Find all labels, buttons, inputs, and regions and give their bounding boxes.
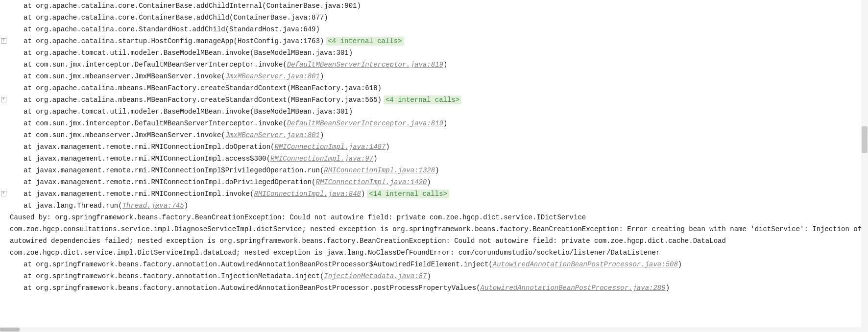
source-link[interactable]: DefaultMBeanServerInterceptor.java:819 [287, 61, 443, 69]
source-link[interactable]: RMIConnectionImpl.java:1328 [324, 166, 435, 174]
at-keyword: at [24, 178, 36, 186]
source-link[interactable]: AutowiredAnnotationBeanPostProcessor.jav… [481, 284, 666, 292]
stack-frame-text: org.apache.catalina.core.ContainerBase.a… [36, 14, 328, 22]
stacktrace-line: at org.apache.tomcat.util.modeler.BaseMo… [10, 47, 868, 59]
at-keyword: at [24, 96, 36, 104]
stacktrace-line: at com.sun.jmx.mbeanserver.JmxMBeanServe… [10, 71, 868, 82]
source-link[interactable]: InjectionMetadata.java:87 [324, 272, 427, 280]
stack-frame-text: ) [320, 131, 324, 139]
source-link[interactable]: RMIConnectionImpl.java:1487 [275, 143, 386, 151]
stack-frame-text: ) [427, 178, 431, 186]
stacktrace-line: at org.apache.catalina.core.StandardHost… [10, 24, 868, 35]
stack-frame-text: com.sun.jmx.mbeanserver.JmxMBeanServer.i… [36, 72, 225, 80]
stacktrace-line: at javax.management.remote.rmi.RMIConnec… [10, 176, 868, 188]
at-keyword: at [24, 190, 36, 198]
stack-frame-text: javax.management.remote.rmi.RMIConnectio… [36, 155, 270, 163]
stack-frame-text: ) [386, 143, 389, 151]
stack-frame-text: org.apache.tomcat.util.modeler.BaseModel… [36, 49, 353, 57]
source-link[interactable]: RMIConnectionImpl.java:848 [254, 190, 361, 198]
stack-frame-text: org.springframework.beans.factory.annota… [36, 272, 324, 280]
stacktrace-line: at javax.management.remote.rmi.RMIConnec… [10, 165, 868, 176]
stacktrace-line: at org.apache.catalina.startup.HostConfi… [10, 35, 868, 47]
stacktrace-line: at javax.management.remote.rmi.RMIConnec… [10, 153, 868, 165]
at-keyword: at [24, 202, 36, 210]
source-link[interactable]: AutowiredAnnotationBeanPostProcessor.jav… [493, 261, 678, 268]
stack-frame-text: ) [184, 202, 188, 210]
stack-frame-text: ) [427, 272, 431, 280]
stack-frame-text: com.sun.jmx.interceptor.DefaultMBeanServ… [36, 61, 287, 69]
stack-frame-text: org.apache.catalina.startup.HostConfig.m… [36, 37, 324, 45]
stacktrace-line: at com.sun.jmx.interceptor.DefaultMBeanS… [10, 118, 868, 129]
caused-by-line: Caused by: org.springframework.beans.fac… [10, 212, 868, 259]
stack-frame-text: ) [666, 284, 670, 292]
at-keyword: at [24, 14, 36, 22]
expand-icon[interactable] [1, 38, 6, 44]
stacktrace-line: at java.lang.Thread.run(Thread.java:745) [10, 200, 868, 212]
at-keyword: at [24, 49, 36, 57]
stacktrace-line: at org.apache.tomcat.util.modeler.BaseMo… [10, 106, 868, 118]
at-keyword: at [24, 72, 36, 80]
stacktrace-line: at javax.management.remote.rmi.RMIConnec… [10, 188, 868, 200]
at-keyword: at [24, 131, 36, 139]
expand-icon[interactable] [1, 97, 6, 102]
stacktrace-line: at org.springframework.beans.factory.ann… [10, 282, 868, 294]
stacktrace-line: at org.apache.catalina.core.ContainerBas… [10, 12, 868, 24]
stack-frame-text: ) [361, 190, 365, 198]
stacktrace-line: at com.sun.jmx.interceptor.DefaultMBeanS… [10, 59, 868, 71]
source-link[interactable]: RMIConnectionImpl.java:1420 [316, 178, 427, 186]
internal-calls-badge[interactable]: <4 internal calls> [384, 95, 461, 104]
stack-frame-text: java.lang.Thread.run( [36, 202, 122, 210]
stack-frame-text: org.apache.tomcat.util.modeler.BaseModel… [36, 108, 353, 116]
at-keyword: at [24, 108, 36, 116]
stacktrace-line: at org.springframework.beans.factory.ann… [10, 270, 868, 282]
stacktrace-line: at javax.management.remote.rmi.RMIConnec… [10, 141, 868, 153]
stack-frame-text: javax.management.remote.rmi.RMIConnectio… [36, 166, 324, 174]
stack-frame-text: ) [443, 61, 447, 69]
stack-frame-text: com.sun.jmx.interceptor.DefaultMBeanServ… [36, 119, 287, 127]
stack-frame-text: org.apache.catalina.core.ContainerBase.a… [36, 2, 361, 10]
source-link[interactable]: RMIConnectionImpl.java:97 [270, 155, 373, 163]
vertical-scrollbar[interactable] [861, 0, 868, 294]
stacktrace-line: at com.sun.jmx.mbeanserver.JmxMBeanServe… [10, 129, 868, 141]
at-keyword: at [24, 84, 36, 92]
stack-frame-text: ) [443, 119, 447, 127]
internal-calls-badge[interactable]: <4 internal calls> [326, 37, 404, 46]
stack-frame-text: javax.management.remote.rmi.RMIConnectio… [36, 178, 315, 186]
at-keyword: at [24, 261, 36, 268]
at-keyword: at [24, 166, 36, 174]
source-link[interactable]: JmxMBeanServer.java:801 [225, 72, 320, 80]
stacktrace-content: at org.apache.catalina.core.ContainerBas… [0, 0, 868, 294]
stack-frame-text: org.springframework.beans.factory.annota… [36, 261, 493, 268]
stack-frame-text: org.springframework.beans.factory.annota… [36, 284, 480, 292]
at-keyword: at [24, 2, 36, 10]
at-keyword: at [24, 119, 36, 127]
stacktrace-line: at org.apache.catalina.core.ContainerBas… [10, 0, 868, 12]
stack-frame-text: javax.management.remote.rmi.RMIConnectio… [36, 190, 254, 198]
exception-message: Caused by: org.springframework.beans.fac… [10, 213, 862, 257]
stacktrace-line: at org.apache.catalina.mbeans.MBeanFacto… [10, 94, 868, 106]
stack-frame-text: org.apache.catalina.mbeans.MBeanFactory.… [36, 96, 382, 104]
stack-frame-text: ) [373, 155, 377, 163]
at-keyword: at [24, 155, 36, 163]
stack-frame-text: ) [320, 72, 324, 80]
internal-calls-badge[interactable]: <14 internal calls> [367, 190, 449, 198]
stacktrace-line: at org.springframework.beans.factory.ann… [10, 259, 868, 270]
source-link[interactable]: DefaultMBeanServerInterceptor.java:819 [287, 119, 443, 127]
source-link[interactable]: Thread.java:745 [122, 202, 184, 210]
at-keyword: at [24, 143, 36, 151]
at-keyword: at [24, 284, 36, 292]
stack-frame-text: org.apache.catalina.core.StandardHost.ad… [36, 25, 320, 33]
stacktrace-line: at org.apache.catalina.mbeans.MBeanFacto… [10, 82, 868, 94]
source-link[interactable]: JmxMBeanServer.java:801 [225, 131, 320, 139]
expand-icon[interactable] [1, 191, 6, 196]
stack-frame-text: org.apache.catalina.mbeans.MBeanFactory.… [36, 84, 382, 92]
at-keyword: at [24, 272, 36, 280]
stack-frame-text: com.sun.jmx.mbeanserver.JmxMBeanServer.i… [36, 131, 225, 139]
stack-frame-text: ) [435, 166, 439, 174]
at-keyword: at [24, 61, 36, 69]
stack-frame-text: ) [678, 261, 682, 268]
at-keyword: at [24, 25, 36, 33]
vertical-scrollbar-thumb[interactable] [862, 126, 868, 153]
stack-frame-text: javax.management.remote.rmi.RMIConnectio… [36, 143, 274, 151]
at-keyword: at [24, 37, 36, 45]
